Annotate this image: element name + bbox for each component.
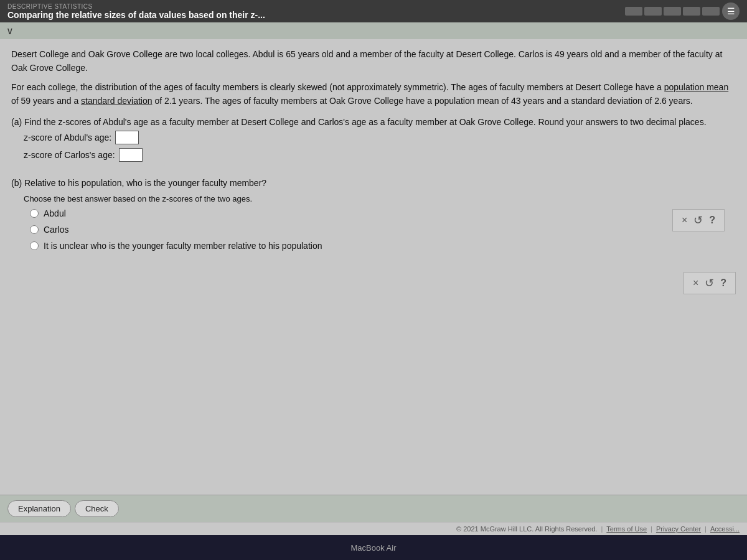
zscore-carlos-label: z-score of Carlos's age: <box>24 150 115 160</box>
progress-seg-2 <box>644 7 662 16</box>
para2-mid2: of 2.1 years. The ages of faculty member… <box>153 96 693 106</box>
check-button[interactable]: Check <box>75 500 119 517</box>
bottom-bar: Explanation Check <box>0 495 747 522</box>
header-left: DESCRIPTIVE STATISTICS Comparing the rel… <box>7 3 265 20</box>
progress-seg-3 <box>664 7 681 16</box>
part-a-label: (a) Find the z-scores of Abdul's age as … <box>11 117 736 127</box>
main-container: DESCRIPTIVE STATISTICS Comparing the rel… <box>0 0 747 560</box>
part-b-section: (b) Relative to his population, who is t… <box>11 172 736 251</box>
part-a-help-button[interactable]: ? <box>709 215 715 226</box>
progress-seg-5 <box>702 7 720 16</box>
radio-carlos-label: Carlos <box>44 225 68 235</box>
radio-abdul-input[interactable] <box>30 209 39 218</box>
zscore-carlos-input[interactable] <box>119 148 143 162</box>
collapse-bar: ∨ <box>0 22 747 39</box>
radio-abdul-label: Abdul <box>44 208 66 218</box>
progress-box <box>625 7 720 16</box>
para2-start: For each college, the distribution of th… <box>11 82 664 92</box>
header-subtitle: DESCRIPTIVE STATISTICS <box>7 3 265 10</box>
collapse-button[interactable]: ∨ <box>6 25 14 37</box>
para2-mid1: of 59 years and a <box>11 96 81 106</box>
copyright-text: © 2021 McGraw Hill LLC. All Rights Reser… <box>456 525 597 533</box>
content-area: Desert College and Oak Grove College are… <box>0 39 747 495</box>
header-right: ☰ <box>625 2 740 20</box>
taskbar-label: MacBook Air <box>351 543 397 553</box>
part-a-x-button[interactable]: × <box>682 215 687 226</box>
zscore-carlos-row: z-score of Carlos's age: <box>24 148 736 162</box>
intro-text: Desert College and Oak Grove College are… <box>11 48 736 75</box>
part-b-x-button[interactable]: × <box>693 278 698 289</box>
part-b-label: (b) Relative to his population, who is t… <box>11 178 736 188</box>
part-b-instruction: Choose the best answer based on the z-sc… <box>24 194 736 203</box>
footer: © 2021 McGraw Hill LLC. All Rights Reser… <box>0 522 747 535</box>
part-a-action-box: × ↺ ? <box>672 209 725 231</box>
terms-link[interactable]: Terms of Use <box>606 525 647 533</box>
part-b-undo-button[interactable]: ↺ <box>705 276 714 290</box>
radio-carlos-input[interactable] <box>30 225 39 234</box>
menu-button[interactable]: ☰ <box>722 2 740 20</box>
zscore-abdul-input[interactable] <box>115 131 139 144</box>
radio-unclear-label: It is unclear who is the younger faculty… <box>44 241 322 251</box>
radio-unclear-input[interactable] <box>30 241 39 250</box>
zscore-abdul-label: z-score of Abdul's age: <box>24 133 111 142</box>
progress-seg-4 <box>683 7 700 16</box>
radio-abdul[interactable]: Abdul <box>30 208 736 218</box>
part-b-action-box: × ↺ ? <box>684 272 736 294</box>
part-b-row: (b) Relative to his population, who is t… <box>11 172 736 251</box>
taskbar: MacBook Air <box>0 535 747 560</box>
part-b-left: (b) Relative to his population, who is t… <box>11 172 736 251</box>
part-a-section: (a) Find the z-scores of Abdul's age as … <box>11 117 736 162</box>
para2-text: For each college, the distribution of th… <box>11 81 736 108</box>
part-b-help-button[interactable]: ? <box>720 278 726 289</box>
standard-deviation-link[interactable]: standard deviation <box>81 96 152 106</box>
radio-unclear[interactable]: It is unclear who is the younger faculty… <box>30 241 736 251</box>
privacy-link[interactable]: Privacy Center <box>656 525 701 533</box>
population-mean-link[interactable]: population mean <box>664 82 729 92</box>
header-bar: DESCRIPTIVE STATISTICS Comparing the rel… <box>0 0 747 22</box>
part-a-undo-button[interactable]: ↺ <box>693 213 703 227</box>
radio-carlos[interactable]: Carlos <box>30 225 736 235</box>
header-title: Comparing the relative sizes of data val… <box>7 10 265 20</box>
radio-group: Abdul Carlos It is unclear who is the yo… <box>30 208 736 251</box>
explanation-button[interactable]: Explanation <box>7 500 71 517</box>
zscore-abdul-row: z-score of Abdul's age: <box>24 131 736 144</box>
progress-seg-1 <box>625 7 642 16</box>
accessibility-link[interactable]: Accessi... <box>710 525 740 533</box>
